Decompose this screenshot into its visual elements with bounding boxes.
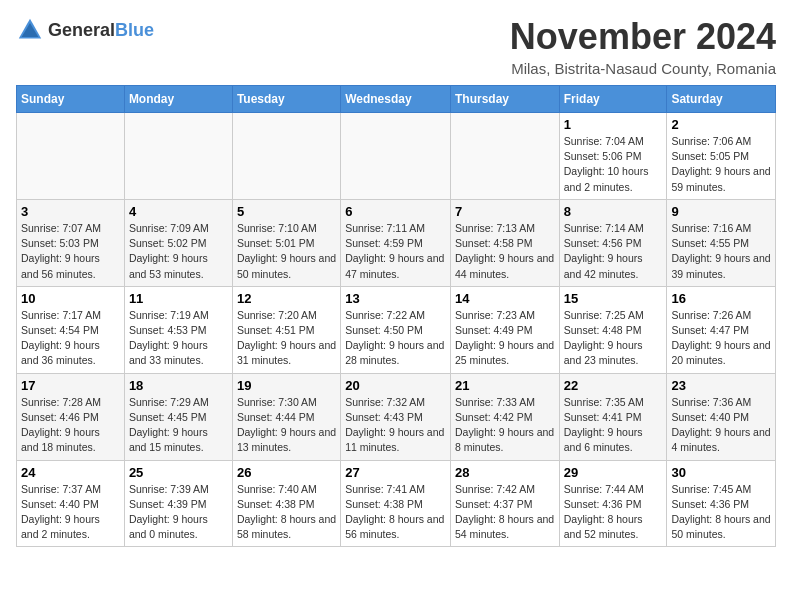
calendar-cell: 25Sunrise: 7:39 AM Sunset: 4:39 PM Dayli… [124, 460, 232, 547]
calendar-cell [17, 113, 125, 200]
day-number: 23 [671, 378, 771, 393]
day-info: Sunrise: 7:33 AM Sunset: 4:42 PM Dayligh… [455, 395, 555, 456]
day-number: 26 [237, 465, 336, 480]
day-number: 9 [671, 204, 771, 219]
day-info: Sunrise: 7:09 AM Sunset: 5:02 PM Dayligh… [129, 221, 228, 282]
day-number: 30 [671, 465, 771, 480]
day-info: Sunrise: 7:40 AM Sunset: 4:38 PM Dayligh… [237, 482, 336, 543]
calendar-cell: 22Sunrise: 7:35 AM Sunset: 4:41 PM Dayli… [559, 373, 667, 460]
calendar-cell: 15Sunrise: 7:25 AM Sunset: 4:48 PM Dayli… [559, 286, 667, 373]
day-info: Sunrise: 7:10 AM Sunset: 5:01 PM Dayligh… [237, 221, 336, 282]
day-info: Sunrise: 7:44 AM Sunset: 4:36 PM Dayligh… [564, 482, 663, 543]
day-number: 12 [237, 291, 336, 306]
day-number: 21 [455, 378, 555, 393]
calendar-cell: 27Sunrise: 7:41 AM Sunset: 4:38 PM Dayli… [341, 460, 451, 547]
day-number: 10 [21, 291, 120, 306]
location-title: Milas, Bistrita-Nasaud County, Romania [510, 60, 776, 77]
calendar-body: 1Sunrise: 7:04 AM Sunset: 5:06 PM Daylig… [17, 113, 776, 547]
day-info: Sunrise: 7:35 AM Sunset: 4:41 PM Dayligh… [564, 395, 663, 456]
logo-icon [16, 16, 44, 44]
header-day-tuesday: Tuesday [232, 86, 340, 113]
day-info: Sunrise: 7:32 AM Sunset: 4:43 PM Dayligh… [345, 395, 446, 456]
calendar-cell: 19Sunrise: 7:30 AM Sunset: 4:44 PM Dayli… [232, 373, 340, 460]
calendar-cell: 29Sunrise: 7:44 AM Sunset: 4:36 PM Dayli… [559, 460, 667, 547]
calendar-header-row: SundayMondayTuesdayWednesdayThursdayFrid… [17, 86, 776, 113]
day-info: Sunrise: 7:07 AM Sunset: 5:03 PM Dayligh… [21, 221, 120, 282]
calendar-cell: 18Sunrise: 7:29 AM Sunset: 4:45 PM Dayli… [124, 373, 232, 460]
day-info: Sunrise: 7:37 AM Sunset: 4:40 PM Dayligh… [21, 482, 120, 543]
calendar-cell: 23Sunrise: 7:36 AM Sunset: 4:40 PM Dayli… [667, 373, 776, 460]
header: GeneralBlue November 2024 Milas, Bistrit… [16, 16, 776, 77]
calendar-cell [124, 113, 232, 200]
day-number: 2 [671, 117, 771, 132]
day-number: 16 [671, 291, 771, 306]
day-number: 19 [237, 378, 336, 393]
day-info: Sunrise: 7:20 AM Sunset: 4:51 PM Dayligh… [237, 308, 336, 369]
day-number: 25 [129, 465, 228, 480]
day-info: Sunrise: 7:30 AM Sunset: 4:44 PM Dayligh… [237, 395, 336, 456]
day-number: 6 [345, 204, 446, 219]
day-number: 20 [345, 378, 446, 393]
day-info: Sunrise: 7:19 AM Sunset: 4:53 PM Dayligh… [129, 308, 228, 369]
day-info: Sunrise: 7:28 AM Sunset: 4:46 PM Dayligh… [21, 395, 120, 456]
day-number: 28 [455, 465, 555, 480]
day-info: Sunrise: 7:17 AM Sunset: 4:54 PM Dayligh… [21, 308, 120, 369]
day-info: Sunrise: 7:29 AM Sunset: 4:45 PM Dayligh… [129, 395, 228, 456]
day-info: Sunrise: 7:36 AM Sunset: 4:40 PM Dayligh… [671, 395, 771, 456]
calendar-cell: 5Sunrise: 7:10 AM Sunset: 5:01 PM Daylig… [232, 199, 340, 286]
calendar-cell: 20Sunrise: 7:32 AM Sunset: 4:43 PM Dayli… [341, 373, 451, 460]
day-number: 14 [455, 291, 555, 306]
calendar-cell: 7Sunrise: 7:13 AM Sunset: 4:58 PM Daylig… [450, 199, 559, 286]
calendar-cell: 17Sunrise: 7:28 AM Sunset: 4:46 PM Dayli… [17, 373, 125, 460]
calendar-cell [232, 113, 340, 200]
day-info: Sunrise: 7:26 AM Sunset: 4:47 PM Dayligh… [671, 308, 771, 369]
day-info: Sunrise: 7:13 AM Sunset: 4:58 PM Dayligh… [455, 221, 555, 282]
calendar-cell: 11Sunrise: 7:19 AM Sunset: 4:53 PM Dayli… [124, 286, 232, 373]
day-info: Sunrise: 7:42 AM Sunset: 4:37 PM Dayligh… [455, 482, 555, 543]
header-day-monday: Monday [124, 86, 232, 113]
day-number: 22 [564, 378, 663, 393]
day-number: 18 [129, 378, 228, 393]
day-number: 24 [21, 465, 120, 480]
calendar-cell: 16Sunrise: 7:26 AM Sunset: 4:47 PM Dayli… [667, 286, 776, 373]
logo-text-blue: Blue [115, 20, 154, 40]
calendar-cell: 12Sunrise: 7:20 AM Sunset: 4:51 PM Dayli… [232, 286, 340, 373]
day-info: Sunrise: 7:41 AM Sunset: 4:38 PM Dayligh… [345, 482, 446, 543]
calendar-cell: 26Sunrise: 7:40 AM Sunset: 4:38 PM Dayli… [232, 460, 340, 547]
calendar-week-1: 1Sunrise: 7:04 AM Sunset: 5:06 PM Daylig… [17, 113, 776, 200]
day-number: 1 [564, 117, 663, 132]
day-info: Sunrise: 7:16 AM Sunset: 4:55 PM Dayligh… [671, 221, 771, 282]
day-info: Sunrise: 7:04 AM Sunset: 5:06 PM Dayligh… [564, 134, 663, 195]
day-info: Sunrise: 7:23 AM Sunset: 4:49 PM Dayligh… [455, 308, 555, 369]
calendar-cell: 21Sunrise: 7:33 AM Sunset: 4:42 PM Dayli… [450, 373, 559, 460]
header-day-sunday: Sunday [17, 86, 125, 113]
calendar-cell: 9Sunrise: 7:16 AM Sunset: 4:55 PM Daylig… [667, 199, 776, 286]
day-number: 15 [564, 291, 663, 306]
day-number: 8 [564, 204, 663, 219]
calendar-week-5: 24Sunrise: 7:37 AM Sunset: 4:40 PM Dayli… [17, 460, 776, 547]
calendar-cell: 4Sunrise: 7:09 AM Sunset: 5:02 PM Daylig… [124, 199, 232, 286]
day-info: Sunrise: 7:45 AM Sunset: 4:36 PM Dayligh… [671, 482, 771, 543]
header-day-thursday: Thursday [450, 86, 559, 113]
day-number: 29 [564, 465, 663, 480]
month-title: November 2024 [510, 16, 776, 58]
day-info: Sunrise: 7:22 AM Sunset: 4:50 PM Dayligh… [345, 308, 446, 369]
logo: GeneralBlue [16, 16, 154, 44]
calendar-cell [450, 113, 559, 200]
calendar-cell: 13Sunrise: 7:22 AM Sunset: 4:50 PM Dayli… [341, 286, 451, 373]
calendar-cell: 6Sunrise: 7:11 AM Sunset: 4:59 PM Daylig… [341, 199, 451, 286]
day-number: 3 [21, 204, 120, 219]
day-number: 17 [21, 378, 120, 393]
header-day-friday: Friday [559, 86, 667, 113]
day-number: 27 [345, 465, 446, 480]
logo-text-general: General [48, 20, 115, 40]
day-info: Sunrise: 7:06 AM Sunset: 5:05 PM Dayligh… [671, 134, 771, 195]
calendar-week-2: 3Sunrise: 7:07 AM Sunset: 5:03 PM Daylig… [17, 199, 776, 286]
calendar-cell: 3Sunrise: 7:07 AM Sunset: 5:03 PM Daylig… [17, 199, 125, 286]
calendar-week-3: 10Sunrise: 7:17 AM Sunset: 4:54 PM Dayli… [17, 286, 776, 373]
calendar-week-4: 17Sunrise: 7:28 AM Sunset: 4:46 PM Dayli… [17, 373, 776, 460]
day-number: 11 [129, 291, 228, 306]
day-number: 5 [237, 204, 336, 219]
day-info: Sunrise: 7:11 AM Sunset: 4:59 PM Dayligh… [345, 221, 446, 282]
calendar-cell: 1Sunrise: 7:04 AM Sunset: 5:06 PM Daylig… [559, 113, 667, 200]
